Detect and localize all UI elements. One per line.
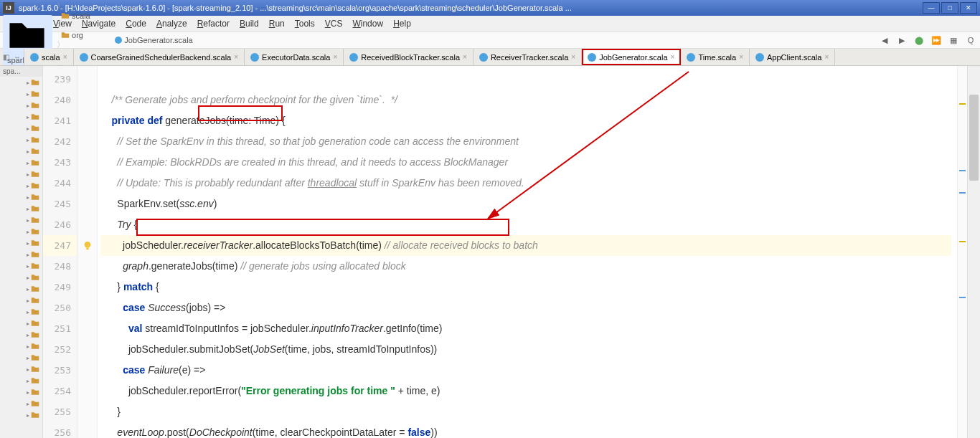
tree-expand-icon[interactable]: ▸ [27,229,29,235]
tab-close-icon[interactable]: × [571,53,575,61]
tab-close-icon[interactable]: × [234,53,238,61]
tree-expand-icon[interactable]: ▸ [27,194,29,201]
code-line[interactable]: jobScheduler.submitJobSet(JobSet(time, j… [100,339,951,360]
project-tree-row[interactable]: ▸ [0,100,42,111]
tab-close-icon[interactable]: × [824,53,829,61]
tab-appclient-scala[interactable]: AppClient.scala× [750,49,835,65]
project-tree-row[interactable]: ▸ [0,272,42,283]
tab-close-icon[interactable]: × [63,53,67,61]
tree-expand-icon[interactable]: ▸ [27,217,29,224]
tree-expand-icon[interactable]: ▸ [27,297,29,304]
close-button[interactable]: ✕ [960,2,977,14]
tab-receivertracker-scala[interactable]: ReceiverTracker.scala× [473,49,582,65]
project-tree-row[interactable]: ▸ [0,146,42,157]
menu-build[interactable]: Build [240,19,259,29]
project-tree-row[interactable]: ▸ [0,409,42,421]
minimize-button[interactable]: — [923,2,940,14]
project-tree-row[interactable]: ▸ [0,295,42,306]
project-tree-row[interactable]: ▸ [0,375,42,386]
project-tree-row[interactable]: ▸ [0,352,42,363]
tree-expand-icon[interactable]: ▸ [27,343,29,350]
nav-back-icon[interactable]: ◀ [878,34,891,47]
code-line[interactable]: case Failure(e) => [100,360,951,381]
tab-close-icon[interactable]: × [463,53,467,61]
step-icon[interactable]: ⏩ [930,34,943,47]
project-tree-row[interactable]: ▸ [0,203,42,214]
tree-expand-icon[interactable]: ▸ [27,309,29,315]
code-line[interactable]: eventLoop.post(DoCheckpoint(time, clearC… [100,422,951,438]
tab-close-icon[interactable]: × [739,53,743,61]
tree-expand-icon[interactable]: ▸ [27,412,29,419]
tree-expand-icon[interactable]: ▸ [27,355,29,361]
code-area[interactable]: /** Generate jobs and perform checkpoint… [98,66,957,438]
tree-expand-icon[interactable]: ▸ [27,80,29,86]
tab-receivedblocktracker-scala[interactable]: ReceivedBlockTracker.scala× [344,49,473,65]
debug-icon[interactable]: ⬤ [913,34,925,47]
project-tree-row[interactable]: ▸ [0,260,42,272]
code-line[interactable] [100,69,951,90]
tree-expand-icon[interactable]: ▸ [27,320,29,327]
code-line[interactable]: } [100,401,951,422]
code-line[interactable]: jobScheduler.reportError("Error generati… [100,381,951,401]
collapse-icon[interactable]: ◧ [3,53,9,61]
code-line[interactable]: graph.generateJobs(time) // generate job… [100,256,951,277]
project-tree-row[interactable]: ▸ [0,226,42,237]
menu-window[interactable]: Window [352,19,383,29]
tree-expand-icon[interactable]: ▸ [27,378,29,384]
tree-expand-icon[interactable]: ▸ [27,252,29,258]
project-tree-row[interactable]: ▸ [0,306,42,318]
project-tree-row[interactable]: ▸ [0,88,42,100]
tree-expand-icon[interactable]: ▸ [27,263,29,270]
code-line[interactable]: private def generateJobs(time: Time) { [100,110,951,131]
code-line[interactable]: jobScheduler.receiverTracker.allocateBlo… [100,235,951,256]
project-tree-row[interactable]: ▸ [0,386,42,398]
project-tree-row[interactable]: ▸ [0,363,42,375]
project-tree-row[interactable]: ▸ [0,341,42,352]
project-tree-row[interactable]: ▸ [0,111,42,123]
code-line[interactable]: case Success(jobs) => [100,297,951,318]
project-tree-row[interactable]: ▸ [0,180,42,191]
scrollbar-thumb[interactable] [969,95,979,181]
tab-close-icon[interactable]: × [671,53,675,61]
code-line[interactable]: } match { [100,277,951,297]
project-tree-row[interactable]: ▸ [0,123,42,134]
project-tree-row[interactable]: ▸ [0,134,42,146]
code-line[interactable]: // Set the SparkEnv in this thread, so t… [100,131,951,152]
project-tree-row[interactable]: ▸ [0,398,42,409]
code-line[interactable]: Try { [100,214,951,235]
tree-expand-icon[interactable]: ▸ [27,148,29,155]
menu-help[interactable]: Help [393,19,411,29]
project-tree-row[interactable]: ▸ [0,318,42,329]
settings-grid-icon[interactable]: ▦ [947,34,960,47]
tree-expand-icon[interactable]: ▸ [27,137,29,143]
lightbulb-icon[interactable] [83,241,93,251]
menu-tools[interactable]: Tools [295,19,315,29]
tree-expand-icon[interactable]: ▸ [27,171,29,178]
tab-executordata-scala[interactable]: ExecutorData.scala× [245,49,344,65]
run-icon[interactable]: ▶ [895,34,908,47]
tab-close-icon[interactable]: × [333,53,337,61]
menu-vcs[interactable]: VCS [325,19,343,29]
maximize-button[interactable]: □ [941,2,958,14]
project-label[interactable]: spa... [0,66,42,77]
breadcrumb-seg-main[interactable]: main [57,0,110,1]
project-tree-row[interactable]: ▸ [0,214,42,226]
tree-expand-icon[interactable]: ▸ [27,160,29,166]
expand-icon[interactable]: ↔ [14,53,21,61]
tree-expand-icon[interactable]: ▸ [27,240,29,247]
project-tree-row[interactable]: ▸ [0,283,42,295]
tab-scala[interactable]: scala× [24,49,74,65]
tree-expand-icon[interactable]: ▸ [27,91,29,97]
tree-expand-icon[interactable]: ▸ [27,389,29,396]
tree-expand-icon[interactable]: ▸ [27,114,29,120]
tree-expand-icon[interactable]: ▸ [27,183,29,189]
tree-expand-icon[interactable]: ▸ [27,103,29,109]
code-line[interactable]: val streamIdToInputInfos = jobScheduler.… [100,318,951,339]
project-tree-row[interactable]: ▸ [0,157,42,168]
menu-code[interactable]: Code [126,19,146,29]
tab-time-scala[interactable]: Time.scala× [681,49,750,65]
tree-expand-icon[interactable]: ▸ [27,332,29,338]
tree-expand-icon[interactable]: ▸ [27,206,29,212]
code-line[interactable]: // Example: BlockRDDs are created in thi… [100,152,951,173]
code-line[interactable]: // Update: This is probably redundant af… [100,173,951,194]
